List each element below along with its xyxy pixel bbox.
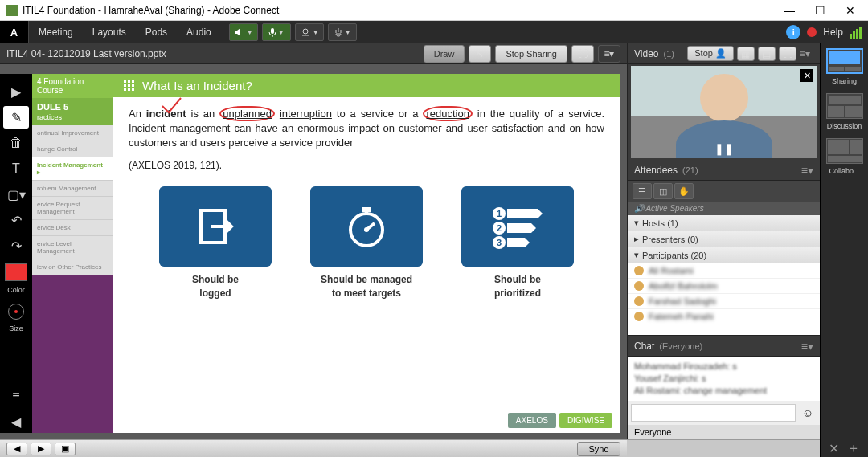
pod-options-icon[interactable]: ≡▾ xyxy=(598,45,620,63)
module-item[interactable]: ontinual Improvement xyxy=(32,125,113,141)
video-pod-label: Video xyxy=(634,48,658,59)
attendee-status-icon[interactable]: ✋ xyxy=(674,183,694,199)
marker-tool[interactable]: ✎ xyxy=(3,106,29,129)
microphone-icon[interactable]: ▼ xyxy=(262,23,291,41)
module-item[interactable]: iew on Other Practices xyxy=(32,259,113,275)
help-menu[interactable]: Help xyxy=(823,27,843,38)
video-count: (1) xyxy=(663,49,674,59)
layout-discussion-label: Discussion xyxy=(827,122,862,130)
stopwatch-icon xyxy=(310,186,423,267)
color-label: Color xyxy=(7,286,25,294)
attendee-view-icon[interactable]: ☰ xyxy=(633,183,652,199)
svg-text:3: 3 xyxy=(497,238,502,247)
presenters-section[interactable]: ▸ Presenters (0) xyxy=(628,231,820,247)
next-slide-button[interactable]: ▶ xyxy=(31,443,51,455)
menu-meeting[interactable]: Meeting xyxy=(29,27,83,38)
size-picker[interactable] xyxy=(8,304,24,320)
close-layout-icon[interactable]: ✕ xyxy=(829,441,839,456)
pointer-tool-icon[interactable]: ↖ xyxy=(469,45,491,63)
chat-label: Chat xyxy=(634,341,654,352)
fullscreen-icon[interactable]: ⛶ xyxy=(571,45,594,63)
menu-audio[interactable]: Audio xyxy=(177,27,221,38)
module-item[interactable]: ervice Request Management xyxy=(32,197,113,220)
user-icon xyxy=(634,266,644,275)
sync-button[interactable]: Sync xyxy=(577,442,620,456)
maximize-button[interactable]: ☐ xyxy=(809,3,831,18)
course-badge: 4 Foundation Course xyxy=(32,74,113,98)
module-item[interactable]: roblem Management xyxy=(32,181,113,197)
slide-title: What Is an Incident? xyxy=(142,79,252,92)
emoji-icon[interactable]: ☺ xyxy=(799,404,817,422)
shape-tool[interactable]: ▢▾ xyxy=(3,183,29,206)
module-item[interactable]: hange Control xyxy=(32,141,113,157)
collapse-icon[interactable]: ◀ xyxy=(3,410,29,433)
slide-list-icon[interactable]: ▣ xyxy=(55,443,76,455)
connection-signal-icon xyxy=(850,27,862,39)
participant-row[interactable]: Farshad Sadoghi xyxy=(628,294,820,309)
minimize-button[interactable]: — xyxy=(778,3,800,18)
redo-tool[interactable]: ↷ xyxy=(3,235,29,257)
citation: (AXELOS 2019, 121). xyxy=(129,159,604,173)
participant-row[interactable]: Abolfzl Bahrololm xyxy=(628,279,820,294)
chat-tab-everyone[interactable]: Everyone xyxy=(628,425,820,439)
menu-pods[interactable]: Pods xyxy=(136,27,177,38)
speaker-icon[interactable]: ▼ xyxy=(229,23,258,41)
close-button[interactable]: ✕ xyxy=(839,3,862,18)
annotation-check-icon xyxy=(161,96,185,116)
chat-scope: (Everyone) xyxy=(659,341,702,351)
hosts-section[interactable]: ▾ Hosts (1) xyxy=(628,215,820,231)
card-logged: Should be logged xyxy=(159,186,272,300)
chat-input[interactable] xyxy=(631,404,796,422)
prev-slide-button[interactable]: ◀ xyxy=(6,443,27,455)
add-layout-icon[interactable]: ＋ xyxy=(847,440,860,457)
filmstrip-icon[interactable]: ▤ xyxy=(758,47,776,61)
module-item-active[interactable]: Incident Management ▸ xyxy=(32,157,113,181)
select-tool[interactable]: ▶ xyxy=(3,80,29,103)
svg-rect-4 xyxy=(362,207,371,212)
adobe-logo[interactable]: A xyxy=(0,21,29,43)
grid-view-icon[interactable]: ▦ xyxy=(737,47,755,61)
participant-row[interactable]: Ali Rostami xyxy=(628,263,820,279)
fullscreen-video-icon[interactable]: ⛶ xyxy=(779,47,796,61)
text-tool[interactable]: T xyxy=(3,157,29,180)
attendee-breakout-icon[interactable]: ◫ xyxy=(653,183,673,199)
layers-icon[interactable]: ≡ xyxy=(3,385,29,407)
module-item[interactable]: ervice Level Management xyxy=(32,236,113,259)
participant-row[interactable]: Fatemeh Panahi xyxy=(628,309,820,324)
record-icon[interactable] xyxy=(807,27,817,37)
raise-hand-icon[interactable]: ▼ xyxy=(328,23,357,41)
delete-tool[interactable]: 🗑 xyxy=(3,132,29,154)
webcam-icon[interactable]: ▼ xyxy=(295,23,324,41)
participants-section[interactable]: ▾ Participants (20) xyxy=(628,247,820,263)
close-video-button[interactable]: ✕ xyxy=(800,69,813,82)
video-options-icon[interactable]: ≡▾ xyxy=(800,48,810,59)
menu-layouts[interactable]: Layouts xyxy=(83,27,136,38)
definition-text: An incident is an unplanned interruption… xyxy=(129,107,604,151)
layout-sharing[interactable] xyxy=(826,48,863,74)
share-file-name: ITIL4 04- 12012019 Last version.pptx xyxy=(6,48,166,59)
undo-tool[interactable]: ↶ xyxy=(3,209,29,231)
layout-discussion[interactable] xyxy=(826,93,863,119)
svg-point-1 xyxy=(303,29,308,34)
svg-rect-0 xyxy=(271,28,274,34)
active-speakers: 🔊 Active Speakers xyxy=(628,202,820,215)
info-icon[interactable]: i xyxy=(786,25,800,39)
card-prioritized: 123 Should be prioritized xyxy=(461,186,574,300)
svg-point-5 xyxy=(364,227,369,232)
attendees-label: Attendees xyxy=(634,165,678,176)
stop-video-button[interactable]: Stop 👤 xyxy=(687,46,734,61)
stop-sharing-button[interactable]: Stop Sharing xyxy=(495,45,567,63)
size-label: Size xyxy=(9,324,23,333)
draw-button[interactable]: Draw xyxy=(424,45,465,63)
chat-options-icon[interactable]: ≡▾ xyxy=(801,340,813,353)
window-title: ITIL4 Foundation - HamraheAval (Sharing)… xyxy=(23,5,279,16)
attendees-options-icon[interactable]: ≡▾ xyxy=(801,164,813,177)
svg-text:2: 2 xyxy=(497,223,502,233)
color-swatch[interactable] xyxy=(5,263,27,281)
module-item[interactable]: ervice Desk xyxy=(32,220,113,236)
layout-collaboration[interactable] xyxy=(826,138,863,164)
pause-icon[interactable]: ❚❚ xyxy=(714,142,734,155)
logged-icon xyxy=(159,186,272,267)
user-icon xyxy=(634,296,644,306)
svg-text:1: 1 xyxy=(497,209,502,218)
